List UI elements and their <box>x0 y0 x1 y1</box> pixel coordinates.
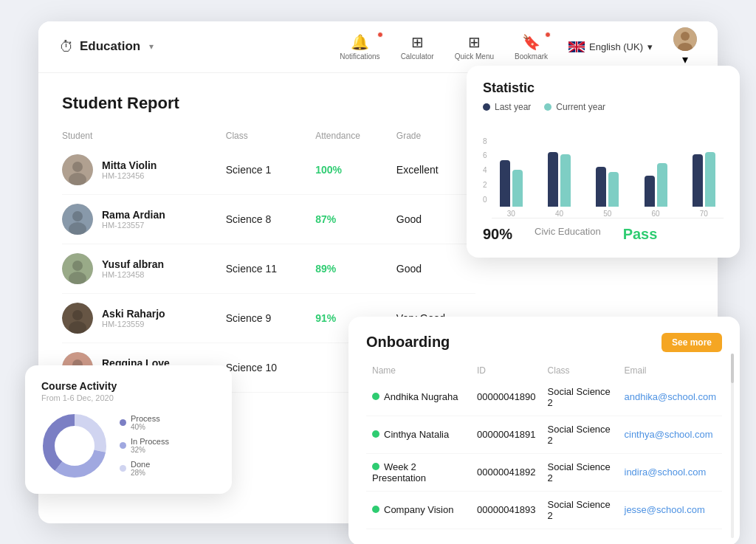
y-labels: 8 6 4 2 0 <box>483 137 487 218</box>
done-dot <box>120 465 126 472</box>
student-name: Rama Ardian <box>102 209 165 221</box>
bar-x-label: 40 <box>555 210 563 218</box>
bar-group-bars <box>645 140 667 207</box>
bar-teal <box>512 170 523 207</box>
ob-email-cell[interactable]: cinthya@school.com <box>619 416 723 453</box>
onboarding-header: Onboarding See more <box>366 333 722 352</box>
student-id: HM-123458 <box>102 270 164 279</box>
ob-email-cell[interactable]: andhika@school.com <box>619 379 723 416</box>
status-dot <box>372 393 379 400</box>
student-cell: Aski Raharjo HM-123559 <box>62 293 219 342</box>
ob-class-cell: Social Science 2 <box>542 379 619 416</box>
student-cell: Yusuf albran HM-123458 <box>62 244 219 293</box>
ob-class-cell: Social Science 2 <box>542 453 619 491</box>
donut-chart <box>41 413 108 479</box>
in-process-pct: 32% <box>131 446 169 454</box>
bar-group: 30 <box>492 140 531 218</box>
avatar-image <box>673 27 697 51</box>
svg-point-19 <box>72 261 83 271</box>
nav-actions: 🔔 Notifications ⊞ Calculator ⊞ Quick Men… <box>340 27 697 66</box>
bar-group: 40 <box>540 140 579 218</box>
student-cell: Mitta Violin HM-123456 <box>62 145 219 195</box>
bar-x-label: 30 <box>507 210 515 218</box>
email-link[interactable]: jesse@school.com <box>625 504 705 515</box>
quick-menu-icon: ⊞ <box>468 33 481 51</box>
bar-x-label: 60 <box>651 210 659 218</box>
bar-teal <box>705 152 715 207</box>
statistic-card: Statistic Last year Current year 8 <box>467 66 740 258</box>
stat-score: 90% <box>483 226 512 243</box>
scrollbar-thumb[interactable] <box>731 354 734 383</box>
y-label-2: 2 <box>483 181 487 189</box>
main-content: Student Report Student Class Attendance … <box>38 73 718 523</box>
email-link[interactable]: andhika@school.com <box>625 391 716 402</box>
ob-col-email: Email <box>619 362 723 379</box>
score-value: 90% <box>483 226 512 243</box>
brand-chevron[interactable]: ▾ <box>149 41 154 52</box>
see-more-button[interactable]: See more <box>662 333 722 352</box>
bookmark-badge <box>545 32 551 38</box>
bar-teal <box>657 163 667 207</box>
course-date: From 1-6 Dec, 2020 <box>41 393 216 402</box>
language-selector[interactable]: English (UK) ▾ <box>568 41 653 52</box>
ob-id-cell: 00000041890 <box>471 379 542 416</box>
stat-title: Statistic <box>483 80 724 96</box>
col-student: Student <box>62 126 219 145</box>
bar-dark <box>693 154 703 206</box>
student-id: HM-123559 <box>102 320 165 328</box>
notifications-label: Notifications <box>340 52 379 61</box>
quick-menu-button[interactable]: ⊞ Quick Menu <box>455 33 494 61</box>
ob-email-cell[interactable]: jesse@school.com <box>619 491 723 528</box>
calculator-button[interactable]: ⊞ Calculator <box>401 33 434 61</box>
legend-in-process: In Process 32% <box>120 437 169 454</box>
course-activity-card: Course Activity From 1-6 Dec, 2020 <box>25 365 232 494</box>
avatar <box>673 27 697 51</box>
ob-col-class: Class <box>542 362 619 379</box>
y-label-8: 8 <box>483 137 487 145</box>
table-row: Mitta Violin HM-123456 Science 1 100% Ex… <box>62 145 475 195</box>
ob-id-cell: 00000041892 <box>471 453 542 491</box>
bell-icon: 🔔 <box>351 33 369 51</box>
bar-dark <box>645 176 655 206</box>
svg-point-13 <box>72 162 83 172</box>
notification-badge <box>377 32 383 38</box>
bookmark-button[interactable]: 🔖 Bookmark <box>515 33 548 61</box>
table-row: Rama Ardian HM-123557 Science 8 87% Good <box>62 194 475 244</box>
svg-point-16 <box>72 211 83 221</box>
notifications-button[interactable]: 🔔 Notifications <box>340 33 379 61</box>
col-grade: Grade <box>389 126 475 145</box>
email-link[interactable]: cinthya@school.com <box>625 429 713 440</box>
student-avatar <box>62 204 93 235</box>
svg-point-10 <box>681 32 690 41</box>
bar-chart: 3040506070 <box>492 137 724 218</box>
bar-group-bars <box>596 140 619 207</box>
legend-current-year-label: Current year <box>556 102 605 112</box>
grade-cell: Good <box>389 244 475 293</box>
student-name: Aski Raharjo <box>102 308 165 320</box>
bar-x-label: 70 <box>700 210 708 218</box>
onboarding-table: Name ID Class Email Andhika Nugraha 0000… <box>366 362 722 529</box>
main-window: ⏱ Education ▾ 🔔 Notifications ⊞ Calculat… <box>38 21 718 523</box>
bar-dark <box>500 160 510 207</box>
ob-id-cell: 00000041893 <box>471 491 542 528</box>
svg-rect-8 <box>568 46 585 47</box>
bar-group: 50 <box>588 140 627 218</box>
donut-legend: Process 40% In Process 32% <box>120 414 169 477</box>
ob-email-cell[interactable]: indira@school.com <box>619 453 723 491</box>
legend-last-year-label: Last year <box>495 102 531 112</box>
profile-button[interactable]: ▾ <box>673 27 697 66</box>
profile-chevron: ▾ <box>682 52 688 66</box>
student-avatar <box>62 303 93 334</box>
list-item: Andhika Nugraha 00000041890 Social Scien… <box>366 379 722 416</box>
bar-dark <box>596 167 606 207</box>
email-link[interactable]: indira@school.com <box>625 466 707 478</box>
subject-value: Civic Education <box>535 226 601 237</box>
bar-dark <box>548 152 558 207</box>
legend-last-year: Last year <box>483 102 531 112</box>
in-process-dot <box>120 442 126 449</box>
report-title: Student Report <box>62 94 475 113</box>
donut-svg <box>41 413 108 479</box>
onboarding-card: Onboarding See more Name ID Class Email … <box>348 317 740 545</box>
class-cell: Science 9 <box>219 293 308 342</box>
bookmark-label: Bookmark <box>515 52 548 61</box>
